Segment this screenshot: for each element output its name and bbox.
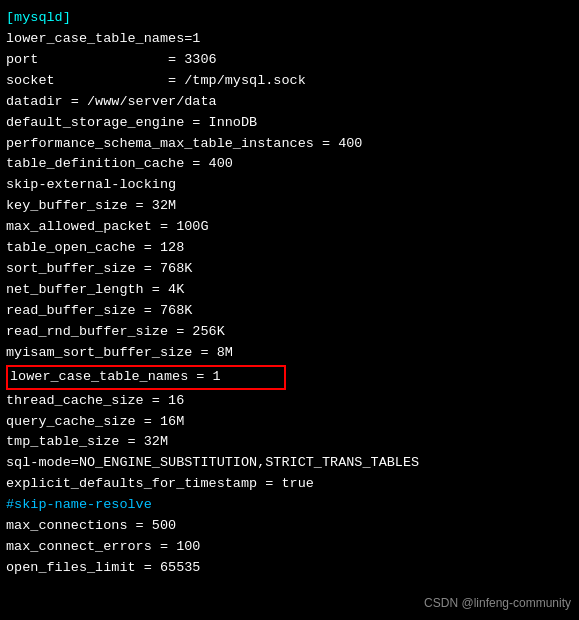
line-explicit: explicit_defaults_for_timestamp = true bbox=[6, 474, 573, 495]
line-open-files: open_files_limit = 65535 bbox=[6, 558, 573, 579]
line-key-buf: key_buffer_size = 32M bbox=[6, 196, 573, 217]
line-sort-buf: sort_buffer_size = 768K bbox=[6, 259, 573, 280]
line-port: port = 3306 bbox=[6, 50, 573, 71]
line-table-open: table_open_cache = 128 bbox=[6, 238, 573, 259]
line-query-cache: query_cache_size = 16M bbox=[6, 412, 573, 433]
line-skip-name: #skip-name-resolve bbox=[6, 495, 573, 516]
line-lower-case: lower_case_table_names=1 bbox=[6, 29, 573, 50]
line-thread-cache: thread_cache_size = 16 bbox=[6, 391, 573, 412]
line-skip: skip-external-locking bbox=[6, 175, 573, 196]
line-net-buf: net_buffer_length = 4K bbox=[6, 280, 573, 301]
line-perf: performance_schema_max_table_instances =… bbox=[6, 134, 573, 155]
line-read-rnd: read_rnd_buffer_size = 256K bbox=[6, 322, 573, 343]
line-max-conn: max_connections = 500 bbox=[6, 516, 573, 537]
line-lower-case-highlight: lower_case_table_names = 1 bbox=[6, 365, 286, 390]
line-max-errors: max_connect_errors = 100 bbox=[6, 537, 573, 558]
line-socket: socket = /tmp/mysql.sock bbox=[6, 71, 573, 92]
line-sql-mode: sql-mode=NO_ENGINE_SUBSTITUTION,STRICT_T… bbox=[6, 453, 573, 474]
line-myisam: myisam_sort_buffer_size = 8M bbox=[6, 343, 573, 364]
line-tmp-table: tmp_table_size = 32M bbox=[6, 432, 573, 453]
line-mysqld: [mysqld] bbox=[6, 8, 573, 29]
line-max-packet: max_allowed_packet = 100G bbox=[6, 217, 573, 238]
line-table-def: table_definition_cache = 400 bbox=[6, 154, 573, 175]
terminal-window: [mysqld]lower_case_table_names=1port = 3… bbox=[0, 0, 579, 620]
line-storage: default_storage_engine = InnoDB bbox=[6, 113, 573, 134]
line-datadir: datadir = /www/server/data bbox=[6, 92, 573, 113]
watermark: CSDN @linfeng-community bbox=[424, 596, 571, 610]
line-read-buf: read_buffer_size = 768K bbox=[6, 301, 573, 322]
